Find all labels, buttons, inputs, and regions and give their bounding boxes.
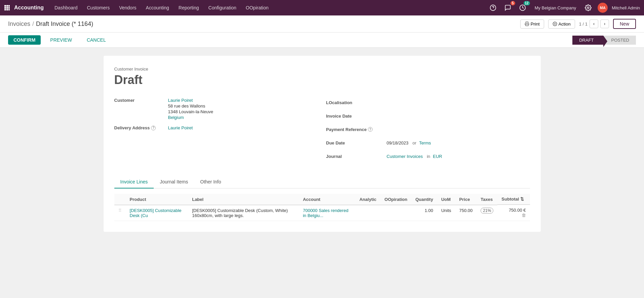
tab-invoice-lines[interactable]: Invoice Lines <box>114 176 154 188</box>
customer-country[interactable]: Belgium <box>168 115 213 120</box>
product-link[interactable]: [DESK0005] Customizable Desk (Cu <box>130 208 182 218</box>
journal-row: Journal Customer Invoices in EUR <box>326 152 530 161</box>
chat-badge: 5 <box>510 1 515 5</box>
journal-label: Journal <box>326 154 387 159</box>
nav-customers[interactable]: Customers <box>83 3 114 12</box>
table-row: ⠿ [DESK0005] Customizable Desk (Cu [DESK… <box>114 205 530 221</box>
due-date-label: Due Date <box>326 140 387 145</box>
svg-rect-0 <box>4 5 6 7</box>
breadcrumb: Invoices / Draft Invoice (* 1164) <box>8 20 93 28</box>
invoice-date-row: Invoice Date <box>326 111 530 121</box>
due-date-row: Due Date 09/18/2023 or Terms <box>326 138 530 147</box>
quantity-col-header: Quantity <box>411 194 437 205</box>
breadcrumb-parent[interactable]: Invoices <box>8 20 30 28</box>
nav-icons: 5 12 My Belgian Company MA Mitchell Admi… <box>488 2 640 13</box>
taxes-cell[interactable]: 21% <box>477 205 497 221</box>
currency-section: in EUR <box>427 154 442 159</box>
user-name: Mitchell Admin <box>612 5 640 10</box>
svg-rect-7 <box>6 9 8 10</box>
delivery-label: Delivery Address ? <box>114 125 168 130</box>
journal-value[interactable]: Customer Invoices <box>387 154 423 159</box>
svg-point-12 <box>588 7 589 9</box>
subtotal-sort-icon[interactable]: ⇅ <box>520 197 524 202</box>
settings-icon[interactable] <box>583 2 594 13</box>
localisation-row: LOcalisation <box>326 98 530 107</box>
due-date-value[interactable]: 09/18/2023 <box>387 140 409 145</box>
print-button[interactable]: Print <box>520 19 544 29</box>
invoice-status-title: Draft <box>114 73 530 87</box>
svg-rect-13 <box>526 24 528 26</box>
support-icon[interactable] <box>488 2 498 13</box>
svg-rect-5 <box>8 7 10 9</box>
breadcrumb-bar: Invoices / Draft Invoice (* 1164) Print … <box>0 15 644 33</box>
delivery-field-row: Delivery Address ? Laurie Poiret <box>114 125 318 130</box>
customer-section: Customer Laurie Poiret 58 rue des Wallon… <box>114 98 318 165</box>
nav-oopiration[interactable]: OOpiration <box>242 3 273 12</box>
terms-link[interactable]: Terms <box>419 140 431 145</box>
drag-handle-cell[interactable]: ⠿ <box>114 205 126 221</box>
breadcrumb-separator: / <box>32 20 34 28</box>
clock-icon[interactable]: 12 <box>517 2 528 13</box>
customer-field-row: Customer Laurie Poiret 58 rue des Wallon… <box>114 98 318 120</box>
nav-reporting[interactable]: Reporting <box>175 3 203 12</box>
preview-button[interactable]: PREVIEW <box>45 35 77 45</box>
product-cell: [DESK0005] Customizable Desk (Cu <box>126 205 188 221</box>
invoice-type: Customer Invoice <box>114 67 530 72</box>
or-label: or <box>413 140 417 145</box>
or-terms: or Terms <box>413 140 431 145</box>
next-page-button[interactable]: › <box>600 19 609 28</box>
customer-name[interactable]: Laurie Poiret <box>168 98 213 103</box>
quantity-cell[interactable]: 1.00 <box>411 205 437 221</box>
subtotal-cell: 750.00 € 🗑 <box>497 205 530 221</box>
delivery-value[interactable]: Laurie Poiret <box>168 125 193 130</box>
tax-badge[interactable]: 21% <box>481 208 493 214</box>
tab-other-info[interactable]: Other Info <box>194 176 227 188</box>
avatar[interactable]: MA <box>598 3 608 13</box>
payment-ref-row: Payment Reference ? <box>326 125 530 134</box>
table-header: Product Label Account Analytic OOpiratio… <box>114 194 530 205</box>
price-cell[interactable]: 750.00 <box>455 205 477 221</box>
action-bar: CONFIRM PREVIEW CANCEL DRAFT POSTED <box>0 33 644 48</box>
nav-dashboard[interactable]: Dashboard <box>50 3 82 12</box>
new-button[interactable]: New <box>613 19 636 29</box>
svg-rect-2 <box>8 5 10 7</box>
customer-address2: 1348 Louvain-la-Neuve <box>168 109 213 114</box>
nav-vendors[interactable]: Vendors <box>115 3 140 12</box>
tab-journal-items[interactable]: Journal Items <box>154 176 194 188</box>
delivery-help-icon[interactable]: ? <box>151 126 156 130</box>
payment-ref-help-icon[interactable]: ? <box>368 127 373 132</box>
oopiration-cell[interactable] <box>380 205 411 221</box>
app-name[interactable]: Accounting <box>14 5 44 11</box>
status-draft[interactable]: DRAFT <box>572 36 603 45</box>
app-grid-icon[interactable] <box>4 5 10 11</box>
nav-accounting[interactable]: Accounting <box>142 3 173 12</box>
account-link[interactable]: 700000 Sales rendered in Belgiu... <box>303 208 348 218</box>
svg-rect-8 <box>8 9 10 10</box>
prev-page-button[interactable]: ‹ <box>590 19 598 28</box>
delete-row-icon[interactable]: 🗑 <box>522 213 526 218</box>
drag-handle-icon[interactable]: ⠿ <box>118 208 122 213</box>
status-posted[interactable]: POSTED <box>603 36 636 45</box>
currency-value[interactable]: EUR <box>433 154 442 159</box>
cancel-button[interactable]: CANCEL <box>81 35 111 45</box>
analytic-cell[interactable] <box>355 205 381 221</box>
customer-label: Customer <box>114 98 168 120</box>
action-button[interactable]: Action <box>548 19 575 29</box>
invoice-card: Customer Invoice Draft Customer Laurie P… <box>104 56 541 232</box>
right-fields: LOcalisation Invoice Date Payment Refere… <box>326 98 530 165</box>
account-cell[interactable]: 700000 Sales rendered in Belgiu... <box>299 205 355 221</box>
confirm-button[interactable]: CONFIRM <box>8 35 41 45</box>
label-cell[interactable]: [DESK0005] Customizable Desk (Custom, Wh… <box>188 205 299 221</box>
top-navigation: Accounting Dashboard Customers Vendors A… <box>0 0 644 15</box>
uom-cell[interactable]: Units <box>437 205 455 221</box>
nav-configuration[interactable]: Configuration <box>204 3 240 12</box>
breadcrumb-actions: Print Action 1 / 1 ‹ › New <box>520 19 636 29</box>
drag-col-header <box>114 194 126 205</box>
customer-value-block: Laurie Poiret 58 rue des Wallons 1348 Lo… <box>168 98 213 120</box>
breadcrumb-current: Draft Invoice (* 1164) <box>36 20 93 28</box>
label-col-header: Label <box>188 194 299 205</box>
chat-icon[interactable]: 5 <box>502 2 513 13</box>
oopiration-col-header: OOpiration <box>380 194 411 205</box>
analytic-col-header: Analytic <box>355 194 381 205</box>
svg-point-14 <box>554 23 556 25</box>
